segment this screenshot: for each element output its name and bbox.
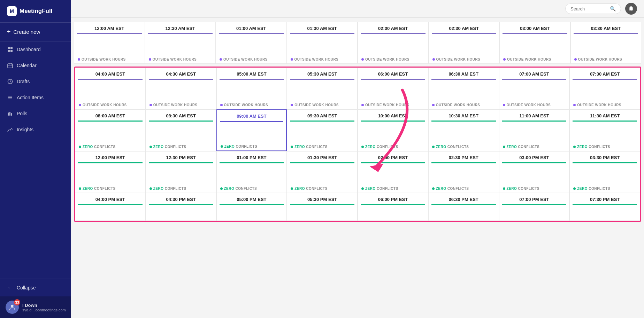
slot-0930am[interactable]: 09:30 AM EST ZERO CONFLICTS <box>287 109 358 151</box>
status-text-zero: ZERO CONFLICTS <box>365 145 398 149</box>
slot-0430pm[interactable]: 04:30 PM EST <box>146 193 216 221</box>
slot-0730am[interactable]: 07:30 AM EST OUTSIDE WORK HOURS <box>569 68 640 109</box>
status-text-zero: ZERO CONFLICTS <box>577 187 610 191</box>
slot-divider <box>290 79 354 80</box>
slot-0100am[interactable]: 01:00 AM EST OUTSIDE WORK HOURS <box>216 22 287 64</box>
status-text-zero: ZERO CONFLICTS <box>365 187 398 191</box>
status-dot <box>79 187 81 190</box>
slot-1130am[interactable]: 11:30 AM EST ZERO CONFLICTS <box>569 109 640 151</box>
slot-0530pm[interactable]: 05:30 PM EST <box>287 193 358 221</box>
sidebar-item-drafts[interactable]: Drafts <box>0 73 71 90</box>
slot-0400pm[interactable]: 04:00 PM EST <box>75 193 146 221</box>
sidebar-item-calendar[interactable]: Calendar <box>0 57 71 73</box>
slot-0800am[interactable]: 08:00 AM EST ZERO CONFLICTS <box>75 109 146 151</box>
polls-icon <box>7 110 13 117</box>
slot-0700pm[interactable]: 07:00 PM EST <box>499 193 570 221</box>
slot-0200am[interactable]: 02:00 AM EST OUTSIDE WORK HOURS <box>358 22 429 64</box>
sidebar-item-dashboard[interactable]: Dashboard <box>0 41 71 57</box>
pink-outline-box: 04:00 AM EST OUTSIDE WORK HOURS 04:30 AM… <box>74 67 641 222</box>
slot-1000am[interactable]: 10:00 AM EST ZERO CONFLICTS <box>358 109 428 151</box>
slot-0430am[interactable]: 04:30 AM EST OUTSIDE WORK HOURS <box>146 68 216 109</box>
slot-0600pm[interactable]: 06:00 PM EST <box>358 193 428 221</box>
slot-0630am[interactable]: 06:30 AM EST OUTSIDE WORK HOURS <box>428 68 499 109</box>
search-container[interactable]: 🔍 <box>565 3 621 14</box>
insights-label: Insights <box>17 127 33 132</box>
create-new-button[interactable]: + Create new <box>0 22 71 41</box>
slot-time: 03:30 AM EST <box>571 22 641 33</box>
slot-0130am[interactable]: 01:30 AM EST OUTSIDE WORK HOURS <box>287 22 358 64</box>
slot-divider <box>77 33 142 34</box>
slot-0830am[interactable]: 08:30 AM EST ZERO CONFLICTS <box>146 109 216 151</box>
slot-time: 04:30 AM EST <box>146 68 216 79</box>
slot-1100am[interactable]: 11:00 AM EST ZERO CONFLICTS <box>499 109 570 151</box>
slot-divider <box>573 121 637 122</box>
sidebar-item-action-items[interactable]: Action Items <box>0 90 71 106</box>
svg-rect-3 <box>10 50 13 52</box>
slot-1230pm[interactable]: 12:30 PM EST ZERO CONFLICTS <box>146 151 216 193</box>
slot-status: ZERO CONFLICTS <box>499 143 569 151</box>
slot-time: 07:00 PM EST <box>499 193 569 204</box>
slot-time: 04:00 PM EST <box>75 193 145 204</box>
slot-0330pm[interactable]: 03:30 PM EST ZERO CONFLICTS <box>569 151 640 193</box>
svg-rect-1 <box>10 47 13 49</box>
slot-status: OUTSIDE WORK HOURS <box>429 55 499 63</box>
time-row-4pm: 04:00 PM EST 04:30 PM EST 05:00 PM EST 0… <box>75 193 640 221</box>
status-text: OUTSIDE WORK HOURS <box>82 57 126 61</box>
slot-0730pm[interactable]: 07:30 PM EST <box>569 193 640 221</box>
notification-button[interactable] <box>625 3 637 15</box>
status-dot <box>149 58 151 61</box>
status-text: OUTSIDE WORK HOURS <box>224 103 268 107</box>
collapse-arrow-icon: ← <box>7 285 13 291</box>
slot-0530am[interactable]: 05:30 AM EST OUTSIDE WORK HOURS <box>287 68 358 109</box>
slot-status: ZERO CONFLICTS <box>570 143 640 151</box>
slot-1030am[interactable]: 10:30 AM EST ZERO CONFLICTS <box>428 109 499 151</box>
slot-status: OUTSIDE WORK HOURS <box>571 55 641 63</box>
status-text: OUTSIDE WORK HOURS <box>153 103 198 107</box>
time-row-8am: 08:00 AM EST ZERO CONFLICTS 08:30 AM EST… <box>75 109 640 151</box>
slot-divider <box>502 204 567 205</box>
calendar-area: 12:00 AM EST OUTSIDE WORK HOURS 12:30 AM… <box>71 18 644 318</box>
slot-0300am[interactable]: 03:00 AM EST OUTSIDE WORK HOURS <box>499 22 570 64</box>
slot-divider <box>502 79 567 80</box>
status-dot <box>361 58 364 61</box>
sidebar-item-polls[interactable]: Polls <box>0 106 71 122</box>
search-input[interactable] <box>570 6 608 11</box>
slot-status: ZERO CONFLICTS <box>358 185 428 193</box>
slot-0200pm[interactable]: 02:00 PM EST ZERO CONFLICTS <box>358 151 428 193</box>
status-dot <box>503 104 505 106</box>
slot-0230pm[interactable]: 02:30 PM EST ZERO CONFLICTS <box>428 151 499 193</box>
slot-0600am[interactable]: 06:00 AM EST OUTSIDE WORK HOURS <box>358 68 428 109</box>
slot-0300pm[interactable]: 03:00 PM EST ZERO CONFLICTS <box>499 151 570 193</box>
status-text-zero: ZERO CONFLICTS <box>507 187 540 191</box>
status-dot <box>503 58 506 61</box>
status-text-zero: ZERO CONFLICTS <box>436 145 469 149</box>
slot-0900am-selected[interactable]: 09:00 AM EST ZERO CONFLICTS <box>216 109 287 151</box>
slot-status: OUTSIDE WORK HOURS <box>500 55 570 63</box>
slot-0330am[interactable]: 03:30 AM EST OUTSIDE WORK HOURS <box>570 22 642 64</box>
svg-rect-14 <box>8 113 9 116</box>
slot-divider <box>503 33 567 34</box>
slot-status: OUTSIDE WORK HOURS <box>145 55 216 63</box>
slot-0500am[interactable]: 05:00 AM EST OUTSIDE WORK HOURS <box>216 68 287 109</box>
slot-time: 12:00 AM EST <box>74 22 145 33</box>
slot-0230am[interactable]: 02:30 AM EST OUTSIDE WORK HOURS <box>429 22 500 64</box>
slot-time: 09:00 AM EST <box>217 110 286 121</box>
slot-0630pm[interactable]: 06:30 PM EST <box>428 193 499 221</box>
slot-time: 01:00 PM EST <box>217 152 287 162</box>
user-info-bar[interactable]: 33 I Down syd.d...loonmeetings.com <box>0 296 71 318</box>
slot-1230am[interactable]: 12:30 AM EST OUTSIDE WORK HOURS <box>145 22 216 64</box>
slot-1200pm[interactable]: 12:00 PM EST ZERO CONFLICTS <box>75 151 146 193</box>
sidebar-item-insights[interactable]: Insights <box>0 122 71 138</box>
slot-time: 06:00 AM EST <box>358 68 428 79</box>
user-profile-section[interactable]: ← Collapse <box>0 279 71 296</box>
status-text-zero: ZERO CONFLICTS <box>224 187 257 191</box>
slot-0500pm[interactable]: 05:00 PM EST <box>216 193 287 221</box>
status-dot <box>79 146 81 148</box>
slot-1200am[interactable]: 12:00 AM EST OUTSIDE WORK HOURS <box>74 22 145 64</box>
slot-0700am[interactable]: 07:00 AM EST OUTSIDE WORK HOURS <box>499 68 570 109</box>
slot-0130pm[interactable]: 01:30 PM EST ZERO CONFLICTS <box>287 151 358 193</box>
drafts-label: Drafts <box>17 79 30 84</box>
slot-0400am[interactable]: 04:00 AM EST OUTSIDE WORK HOURS <box>75 68 146 109</box>
status-dot <box>221 145 223 148</box>
slot-0100pm[interactable]: 01:00 PM EST ZERO CONFLICTS <box>216 151 287 193</box>
